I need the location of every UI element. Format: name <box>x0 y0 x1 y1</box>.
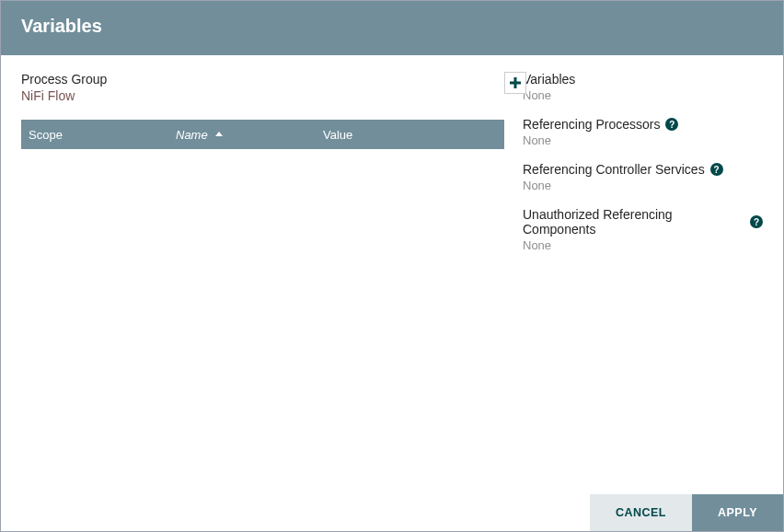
section-ref-unauthorized: Unauthorized Referencing Components ? No… <box>523 207 763 252</box>
section-ref-processors-value: None <box>523 133 763 147</box>
variables-table: Scope Name Value <box>21 120 504 149</box>
section-ref-processors-title: Referencing Processors ? <box>523 117 763 132</box>
section-ref-processors-title-text: Referencing Processors <box>523 117 660 132</box>
column-value[interactable]: Value <box>316 128 504 142</box>
dialog-footer: CANCEL APPLY <box>1 494 783 531</box>
help-icon[interactable]: ? <box>710 163 723 176</box>
column-name[interactable]: Name <box>168 128 316 142</box>
column-scope[interactable]: Scope <box>21 128 168 142</box>
section-ref-controllers-title-text: Referencing Controller Services <box>523 162 705 177</box>
section-variables-title-text: Variables <box>523 72 575 87</box>
section-ref-processors: Referencing Processors ? None <box>523 117 763 147</box>
variables-dialog: Variables Process Group NiFi Flow Scop <box>1 1 783 531</box>
plus-icon <box>509 76 522 89</box>
process-group-label: Process Group <box>21 72 504 87</box>
dialog-body: Process Group NiFi Flow Scope Name <box>1 55 783 494</box>
section-ref-controllers-value: None <box>523 179 763 192</box>
section-ref-unauthorized-value: None <box>523 238 763 252</box>
section-ref-unauthorized-title-text: Unauthorized Referencing Components <box>523 207 744 237</box>
section-ref-unauthorized-title: Unauthorized Referencing Components ? <box>523 207 763 237</box>
help-icon[interactable]: ? <box>750 215 763 228</box>
left-column: Process Group NiFi Flow Scope Name <box>21 72 504 485</box>
section-ref-controllers-title: Referencing Controller Services ? <box>523 162 763 177</box>
cancel-button[interactable]: CANCEL <box>590 494 692 531</box>
help-icon[interactable]: ? <box>665 118 678 131</box>
section-ref-controllers: Referencing Controller Services ? None <box>523 162 763 192</box>
table-header: Scope Name Value <box>21 120 504 149</box>
sort-asc-icon <box>215 132 223 136</box>
add-variable-button[interactable] <box>504 72 526 94</box>
right-column: Variables None Referencing Processors ? … <box>523 72 763 485</box>
svg-rect-1 <box>510 82 521 85</box>
apply-button[interactable]: APPLY <box>692 494 783 531</box>
dialog-title: Variables <box>1 1 783 55</box>
process-group-block: Process Group NiFi Flow <box>21 72 504 120</box>
section-variables: Variables None <box>523 72 763 102</box>
section-variables-title: Variables <box>523 72 763 87</box>
process-group-name: NiFi Flow <box>21 88 504 103</box>
section-variables-value: None <box>523 88 763 102</box>
column-name-label: Name <box>176 128 208 142</box>
